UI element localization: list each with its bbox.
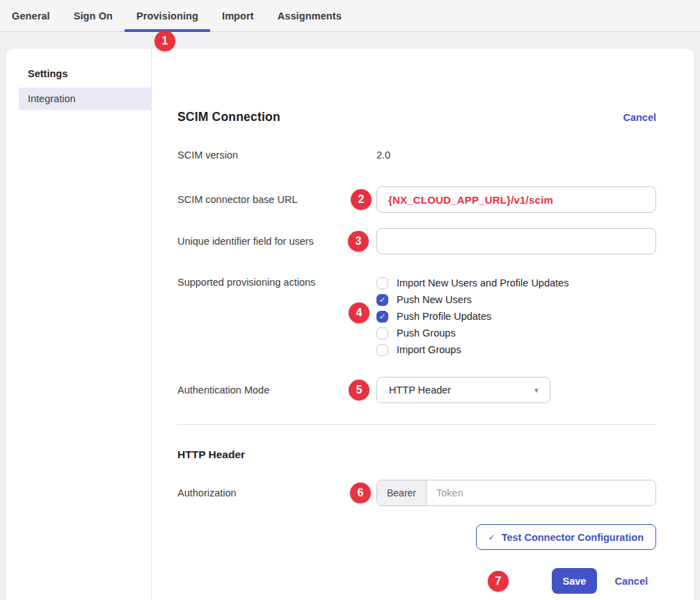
- checkbox-label: Push Groups: [397, 327, 456, 339]
- step-badge-3: 3: [348, 231, 369, 252]
- step-badge-4: 4: [349, 302, 369, 323]
- actions-label: Supported provisioning actions: [177, 275, 376, 288]
- authorization-label: Authorization: [177, 487, 376, 498]
- http-header-section-title: HTTP Header: [177, 448, 656, 461]
- authorization-input-group: Bearer: [376, 480, 656, 506]
- checkbox-row-import-new-users[interactable]: ✓ Import New Users and Profile Updates: [376, 275, 656, 291]
- token-input[interactable]: [427, 480, 655, 505]
- app-tab-bar: General Sign On Provisioning Import Assi…: [0, 0, 700, 32]
- checkbox-push-new-users[interactable]: ✓: [376, 294, 388, 306]
- checkbox-label: Import New Users and Profile Updates: [397, 277, 568, 289]
- check-icon: ✓: [379, 295, 385, 303]
- unique-id-label: Unique identifier field for users: [177, 236, 376, 247]
- checkbox-push-profile-updates[interactable]: ✓: [376, 311, 388, 323]
- test-connector-button-label: Test Connector Configuration: [502, 532, 644, 543]
- scim-version-label: SCIM version: [177, 149, 376, 161]
- base-url-label: SCIM connector base URL: [177, 194, 376, 205]
- tab-assignments[interactable]: Assignments: [266, 0, 353, 31]
- tab-general[interactable]: General: [0, 0, 62, 31]
- base-url-input[interactable]: [376, 186, 656, 213]
- section-divider: [177, 424, 656, 425]
- step-badge-5: 5: [349, 380, 369, 400]
- step-badge-1: 1: [154, 31, 175, 51]
- tab-import[interactable]: Import: [210, 0, 266, 31]
- scim-version-value: 2.0: [376, 149, 656, 161]
- settings-sidebar: Settings Integration: [6, 49, 152, 600]
- step-badge-6: 6: [350, 483, 371, 503]
- checkbox-row-push-profile-updates[interactable]: ✓ Push Profile Updates: [376, 308, 656, 325]
- cancel-link-bottom[interactable]: Cancel: [614, 576, 648, 587]
- checkbox-label: Import Groups: [397, 344, 461, 355]
- bearer-prefix: Bearer: [377, 480, 427, 505]
- step-badge-2: 2: [351, 189, 372, 210]
- sidebar-header: Settings: [6, 68, 151, 79]
- chevron-down-icon: ▼: [533, 387, 540, 394]
- provisioning-panel: Settings Integration SCIM Connection Can…: [6, 49, 694, 600]
- checkbox-row-push-groups[interactable]: ✓ Push Groups: [376, 325, 656, 341]
- tab-provisioning[interactable]: Provisioning: [125, 0, 210, 31]
- page-title: SCIM Connection: [177, 110, 280, 124]
- checkbox-import-groups[interactable]: ✓: [376, 344, 388, 356]
- save-button[interactable]: Save: [552, 568, 598, 594]
- scim-connection-form: SCIM Connection Cancel SCIM version 2.0 …: [152, 49, 694, 600]
- check-icon: ✓: [379, 312, 385, 320]
- unique-id-input[interactable]: [376, 228, 656, 254]
- checkbox-label: Push Profile Updates: [397, 311, 491, 322]
- auth-mode-label: Authentication Mode: [177, 384, 376, 396]
- test-connector-button[interactable]: ✓ Test Connector Configuration: [476, 524, 656, 550]
- tab-sign-on[interactable]: Sign On: [62, 0, 125, 31]
- checkbox-row-import-groups[interactable]: ✓ Import Groups: [376, 341, 656, 358]
- checkbox-label: Push New Users: [397, 294, 472, 305]
- cancel-link-top[interactable]: Cancel: [623, 112, 656, 123]
- step-badge-7: 7: [488, 571, 509, 592]
- auth-mode-selected-value: HTTP Header: [389, 384, 451, 396]
- checkbox-push-groups[interactable]: ✓: [376, 327, 388, 339]
- checkbox-import-new-users[interactable]: ✓: [376, 277, 388, 289]
- auth-mode-select[interactable]: HTTP Header ▼: [376, 377, 550, 403]
- checkbox-row-push-new-users[interactable]: ✓ Push New Users: [376, 291, 656, 308]
- sidebar-item-integration[interactable]: Integration: [19, 88, 151, 110]
- check-icon: ✓: [488, 533, 495, 542]
